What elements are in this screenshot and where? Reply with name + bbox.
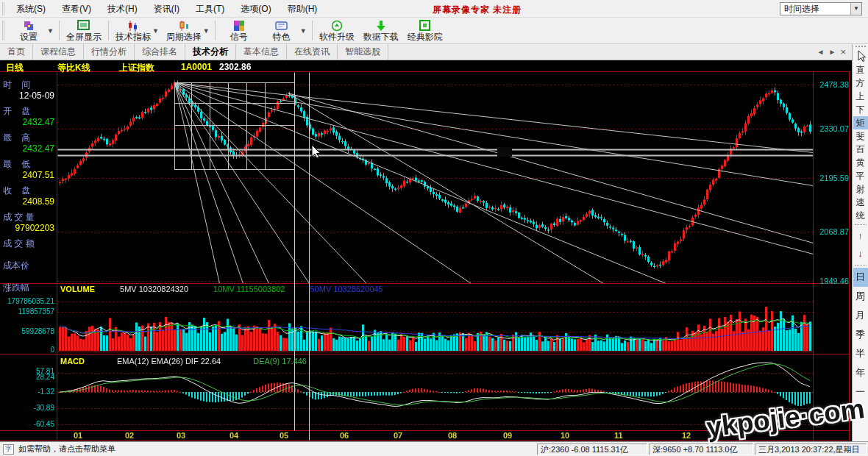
cinema-button[interactable]: 经典影院 <box>403 18 447 43</box>
features-button[interactable]: 特色 <box>260 18 303 43</box>
menu-item[interactable]: 选项(O) <box>232 0 279 18</box>
settings-dropdown-caret[interactable]: ▼ <box>47 27 54 35</box>
period-option-button[interactable]: 周 <box>853 287 868 306</box>
signal-button[interactable]: 信号 <box>218 18 260 43</box>
drawing-tool-button[interactable]: 上 <box>853 90 868 103</box>
quote-field: 涨跌幅 <box>0 282 56 304</box>
sidebar-divider <box>855 224 867 225</box>
tabs-scroll-right-icon[interactable]: ► <box>829 48 836 56</box>
indicators-button[interactable]: 技术指标 <box>111 18 155 43</box>
drawing-tool-button[interactable]: 射 <box>853 182 868 196</box>
tab[interactable]: 课程信息 <box>33 44 84 60</box>
help-icon[interactable]: 字 <box>3 444 14 455</box>
scroll-up-icon[interactable]: ↑ <box>858 227 863 245</box>
symbol-code: 1A0001 <box>181 62 212 72</box>
download-icon <box>375 19 387 32</box>
tabs-scroll-left-icon[interactable]: ◄ <box>817 48 825 56</box>
menu-grip <box>2 2 8 15</box>
menu-bar: 系统(S)查看(V)技术(H)资讯(I)工具(T)选项(O)帮助(H) 屏幕录像… <box>0 0 868 18</box>
period-option-button[interactable]: 月 <box>853 306 868 325</box>
drawing-tool-button[interactable]: 矩 <box>853 116 868 129</box>
current-price: 2302.86 <box>219 62 251 72</box>
period-option-button[interactable]: 季 <box>853 325 868 344</box>
status-bar: 字 如需帮助，请点击帮助菜单 沪:2360 -6.08 1115.31亿 深:9… <box>0 441 868 456</box>
volume-panel-header: VOLUME 5MV 1032082432010MV 1115500380250… <box>60 285 383 293</box>
tab[interactable]: 首页 <box>0 44 33 60</box>
tab[interactable]: 智能选股 <box>338 44 388 60</box>
scale-type-label: 等比K线 <box>57 62 90 74</box>
drawing-tool-button[interactable]: 黄 <box>853 156 868 169</box>
period-button[interactable]: 周期选择 <box>162 18 206 43</box>
menu-item[interactable]: 工具(T) <box>188 0 232 18</box>
menu-item[interactable]: 帮助(H) <box>280 0 326 18</box>
drawing-tool-button[interactable]: 百 <box>853 143 868 156</box>
drawing-tool-button[interactable]: 斐 <box>853 129 868 143</box>
quote-field: 最 高 2432.47 <box>0 132 56 159</box>
tab[interactable]: 行情分析 <box>84 44 135 60</box>
chart-header: 日线 等比K线 上证指数 1A0001 2302.86 <box>0 62 809 72</box>
scroll-down-icon[interactable]: ↓ <box>858 245 863 263</box>
drawing-tool-button[interactable]: 统 <box>853 209 868 222</box>
upgrade-button[interactable]: 软件升级 <box>315 18 359 43</box>
tab[interactable]: 基本信息 <box>236 44 287 60</box>
features-dropdown-caret[interactable]: ▼ <box>300 27 307 35</box>
toolbar-grip <box>2 21 7 40</box>
quote-info-panel: 时 间 12-05-09 开 盘 2432.47 最 高 2432.47 最 低… <box>0 79 56 304</box>
quote-field: 开 盘 2432.47 <box>0 106 56 132</box>
kline-chart-canvas[interactable] <box>0 60 852 441</box>
volume-ma-label: 50MV 10328620045 <box>310 285 383 293</box>
cinema-icon <box>419 19 430 32</box>
period-option-button[interactable]: 日 <box>853 268 868 287</box>
menu-item[interactable]: 查看(V) <box>54 0 99 18</box>
quote-field: 最 低 2407.51 <box>0 159 56 185</box>
sidebar-grip <box>855 46 866 49</box>
menu-item[interactable]: 系统(S) <box>8 0 54 18</box>
period-option-button[interactable]: 半 <box>853 344 868 363</box>
tab-bar: 首页课程信息行情分析综合排名技术分析基本信息在线资讯智能选股 ◄ ► × <box>0 44 852 60</box>
menu-item[interactable]: 资讯(I) <box>146 0 188 18</box>
toolbar-separator <box>108 21 109 40</box>
download-button[interactable]: 数据下载 <box>359 18 403 43</box>
period-option-button[interactable]: 年 <box>853 363 868 382</box>
features-icon <box>275 19 288 32</box>
quote-field: 时 间 12-05-09 <box>0 79 56 106</box>
tabs-close-icon[interactable]: × <box>840 46 846 57</box>
time-select-dropdown[interactable]: 时间选择 ▼ <box>780 2 862 15</box>
quote-field: 成本价 <box>0 260 56 282</box>
drawing-tool-button[interactable]: 方 <box>853 76 868 90</box>
datetime-status: 三月3,2013 20:37:22,星期日 <box>755 443 867 455</box>
drawing-tool-button[interactable]: 平 <box>853 169 868 182</box>
drawing-tool-button[interactable]: 直 <box>853 63 868 76</box>
upgrade-icon <box>331 19 343 32</box>
pointer-tool-icon[interactable] <box>855 50 867 62</box>
volume-ma-label: 10MV 11155003802 <box>213 285 285 293</box>
tab[interactable]: 技术分析 <box>185 44 236 60</box>
tab[interactable]: 在线资讯 <box>287 44 338 60</box>
period-label: 日线 <box>6 62 24 74</box>
settings-button[interactable]: 设置 <box>7 18 50 43</box>
recorder-notice: 屏幕录像专家 未注册 <box>433 4 522 16</box>
sidebar-divider <box>855 265 867 266</box>
indicators-dropdown-caret[interactable]: ▼ <box>152 27 159 35</box>
drawing-tool-button[interactable]: 下 <box>853 103 868 116</box>
period-option-button[interactable]: 一 <box>853 382 868 402</box>
fullscreen-button[interactable]: 全屏显示 <box>62 18 106 43</box>
toolbar-separator <box>59 21 60 40</box>
macd-param-label: EMA(12) EMA(26) DIF 22.64 <box>117 357 221 366</box>
drawing-tool-button[interactable]: 速 <box>853 196 868 209</box>
quote-field: 成 交 量 97902203 <box>0 212 56 238</box>
period-dropdown-caret[interactable]: ▼ <box>203 27 210 35</box>
tab[interactable]: 综合排名 <box>135 44 185 60</box>
chevron-down-icon[interactable]: ▼ <box>850 3 861 15</box>
volume-ma-label: 5MV 10320824320 <box>120 285 188 293</box>
app-window: 系统(S)查看(V)技术(H)资讯(I)工具(T)选项(O)帮助(H) 屏幕录像… <box>0 0 868 456</box>
toolbar-separator <box>312 21 313 40</box>
quote-field: 收 盘 2408.59 <box>0 185 56 212</box>
shanghai-index-status: 沪:2360 -6.08 1115.31亿 <box>537 443 647 455</box>
toolbar-separator <box>215 21 216 40</box>
drawing-tools-sidebar: 直方上下矩斐百黄平射速统 ↑ ↓ 日周月季半年一 <box>852 44 868 441</box>
signal-icon <box>233 19 245 32</box>
settings-icon <box>23 19 35 32</box>
menu-item[interactable]: 技术(H) <box>99 0 146 18</box>
period-icon <box>178 19 190 32</box>
